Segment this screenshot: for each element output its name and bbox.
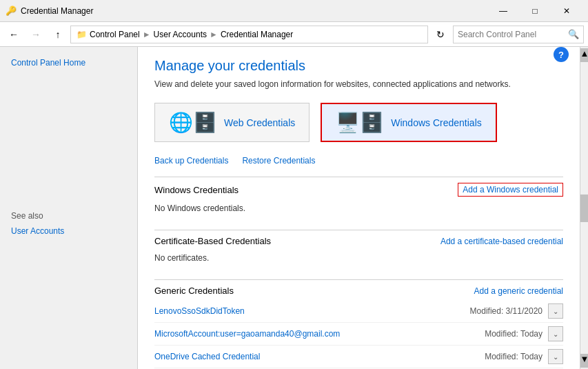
credential-item-lenovo[interactable]: LenovoSsoSdkDidToken Modified: 3/11/2020… (154, 300, 563, 323)
sidebar-item-control-panel-home[interactable]: Control Panel Home (0, 55, 137, 70)
windows-credentials-header: Windows Credentials Add a Windows creden… (154, 183, 563, 197)
credential-meta-onedrive: Modified: Today ⌄ (485, 349, 563, 364)
generic-credentials-title: Generic Credentials (154, 286, 234, 296)
windows-credentials-title: Windows Credentials (154, 185, 239, 195)
actions-row: Back up Credentials Restore Credentials (154, 156, 563, 166)
add-generic-credential-link[interactable]: Add a generic credential (474, 286, 563, 296)
credential-name-lenovo: LenovoSsoSdkDidToken (154, 306, 245, 316)
sidebar-item-user-accounts[interactable]: User Accounts (0, 223, 137, 239)
title-bar: 🔑 Credential Manager — □ ✕ (0, 0, 588, 22)
search-icon: 🔍 (568, 29, 579, 39)
maximize-button[interactable]: □ (519, 0, 551, 22)
add-certificate-credential-link[interactable]: Add a certificate-based credential (440, 237, 563, 246)
forward-button[interactable]: → (26, 25, 45, 44)
add-windows-credential-link[interactable]: Add a Windows credential (458, 183, 563, 197)
window-title: Credential Manager (21, 6, 487, 16)
generic-credentials-header: Generic Credentials Add a generic creden… (154, 286, 563, 296)
refresh-button[interactable]: ↻ (431, 25, 450, 44)
up-button[interactable]: ↑ (48, 25, 68, 44)
tab-windows-credentials[interactable]: 🖥️🗄️ Windows Credentials (321, 103, 497, 142)
breadcrumb-user-accounts[interactable]: User Accounts (154, 30, 207, 39)
tab-windows-label: Windows Credentials (391, 117, 482, 128)
windows-credentials-section: Windows Credentials Add a Windows creden… (154, 177, 563, 219)
breadcrumb: 📁 Control Panel ► User Accounts ► Creden… (70, 26, 428, 43)
page-title: Manage your credentials (154, 58, 563, 74)
microsoft-expand-button[interactable]: ⌄ (548, 326, 563, 341)
breadcrumb-icon: 📁 (77, 30, 87, 39)
generic-credentials-section: Generic Credentials Add a generic creden… (154, 279, 563, 369)
no-certificate-msg: No certificates. (154, 250, 563, 268)
see-also-label: See also (0, 208, 137, 223)
breadcrumb-control-panel[interactable]: Control Panel (90, 30, 140, 39)
sidebar: Control Panel Home See also User Account… (0, 47, 138, 369)
main-layout: Control Panel Home See also User Account… (0, 47, 588, 369)
web-credentials-icon: 🌐🗄️ (169, 111, 217, 134)
app-icon: 🔑 (6, 6, 17, 17)
certificate-credentials-title: Certificate-Based Credentials (154, 236, 271, 246)
lenovo-expand-button[interactable]: ⌄ (548, 303, 563, 319)
credential-meta-lenovo: Modified: 3/11/2020 ⌄ (470, 303, 563, 319)
scrollbar[interactable]: ▲ ▼ (580, 47, 588, 369)
search-input[interactable] (458, 30, 568, 39)
back-button[interactable]: ← (4, 25, 23, 44)
credential-item-onedrive[interactable]: OneDrive Cached Credential Modified: Tod… (154, 346, 563, 368)
microsoft-modified: Modified: Today (485, 329, 543, 339)
close-button[interactable]: ✕ (551, 0, 582, 22)
certificate-credentials-header: Certificate-Based Credentials Add a cert… (154, 236, 563, 246)
page-subtitle: View and delete your saved logon informa… (154, 79, 563, 89)
credential-tabs: 🌐🗄️ Web Credentials 🖥️🗄️ Windows Credent… (154, 103, 563, 142)
help-button[interactable]: ? (554, 47, 569, 62)
windows-credentials-icon: 🖥️🗄️ (336, 111, 384, 134)
restore-credentials-link[interactable]: Restore Credentials (242, 156, 315, 166)
onedrive-expand-button[interactable]: ⌄ (548, 349, 563, 364)
window-controls: — □ ✕ (487, 0, 582, 22)
credential-meta-microsoft: Modified: Today ⌄ (485, 326, 563, 341)
certificate-credentials-section: Certificate-Based Credentials Add a cert… (154, 230, 563, 268)
lenovo-modified: Modified: 3/11/2020 (470, 306, 543, 316)
backup-credentials-link[interactable]: Back up Credentials (154, 156, 228, 166)
no-windows-credentials-msg: No Windows credentials. (154, 201, 563, 219)
onedrive-modified: Modified: Today (485, 352, 543, 361)
address-bar: ← → ↑ 📁 Control Panel ► User Accounts ► … (0, 22, 588, 47)
credential-name-microsoft: MicrosoftAccount:user=gaoamanda40@gmail.… (154, 329, 340, 339)
credential-name-onedrive: OneDrive Cached Credential (154, 352, 260, 361)
tab-web-credentials[interactable]: 🌐🗄️ Web Credentials (154, 103, 310, 142)
minimize-button[interactable]: — (487, 0, 519, 22)
content-area: ? Manage your credentials View and delet… (138, 47, 580, 369)
tab-web-label: Web Credentials (224, 117, 295, 128)
search-box: 🔍 (453, 26, 584, 43)
credential-item-microsoft[interactable]: MicrosoftAccount:user=gaoamanda40@gmail.… (154, 323, 563, 346)
breadcrumb-credential-manager[interactable]: Credential Manager (221, 30, 293, 39)
